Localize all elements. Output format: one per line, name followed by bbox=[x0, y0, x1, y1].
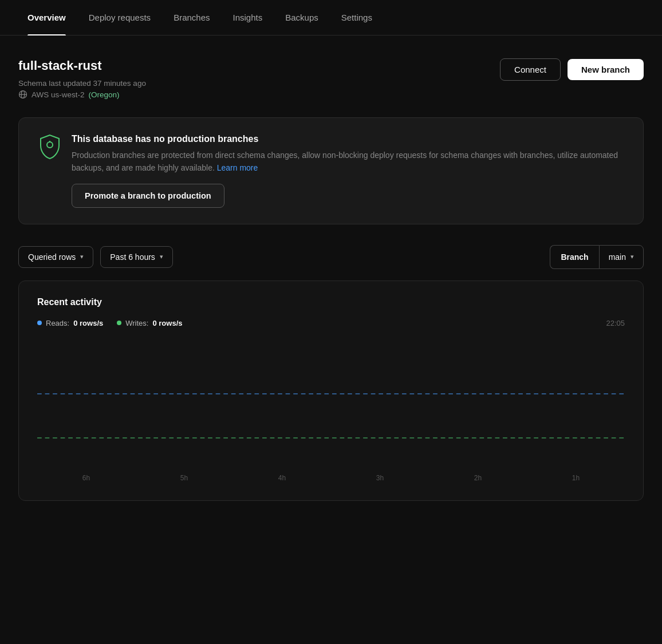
branch-label: Branch bbox=[550, 245, 598, 269]
schema-updated: Schema last updated 37 minutes ago bbox=[18, 79, 146, 88]
alert-header: This database has no production branches… bbox=[37, 134, 625, 175]
x-label-1h: 1h bbox=[527, 474, 625, 482]
queried-rows-dropdown[interactable]: Queried rows ▾ bbox=[18, 246, 93, 268]
nav-deploy-label: Deploy requests bbox=[89, 13, 151, 22]
x-axis: 6h 5h 4h 3h 2h 1h bbox=[37, 469, 625, 482]
reads-value: 0 rows/s bbox=[73, 319, 103, 327]
branch-filter: Branch main ▾ bbox=[550, 245, 644, 269]
past-hours-label: Past 6 hours bbox=[110, 252, 155, 262]
nav-backups-label: Backups bbox=[285, 13, 318, 22]
chevron-down-icon: ▾ bbox=[80, 253, 84, 260]
filter-row: Queried rows ▾ Past 6 hours ▾ Branch mai… bbox=[18, 245, 644, 269]
chart-legend: Reads: 0 rows/s Writes: 0 rows/s 22:05 bbox=[37, 319, 625, 327]
past-hours-dropdown[interactable]: Past 6 hours ▾ bbox=[100, 246, 173, 268]
x-label-4h: 4h bbox=[233, 474, 331, 482]
x-label-2h: 2h bbox=[429, 474, 527, 482]
shield-icon bbox=[37, 134, 62, 159]
x-label-6h: 6h bbox=[37, 474, 135, 482]
chevron-down-icon-2: ▾ bbox=[160, 253, 163, 260]
learn-more-link[interactable]: Learn more bbox=[217, 163, 258, 172]
nav-insights-label: Insights bbox=[233, 13, 263, 22]
chart-area: 6h 5h 4h 3h 2h 1h bbox=[37, 343, 625, 482]
legend-writes: Writes: 0 rows/s bbox=[117, 319, 182, 327]
branch-value-dropdown[interactable]: main ▾ bbox=[599, 245, 644, 269]
main-nav: Overview Deploy requests Branches Insigh… bbox=[0, 0, 662, 35]
chart-title: Recent activity bbox=[37, 297, 625, 307]
alert-card: This database has no production branches… bbox=[18, 117, 644, 224]
chevron-down-icon-3: ▾ bbox=[631, 253, 634, 260]
nav-backups[interactable]: Backups bbox=[276, 0, 328, 35]
nav-settings[interactable]: Settings bbox=[332, 0, 381, 35]
reads-dot bbox=[37, 321, 42, 325]
chart-timestamp: 22:05 bbox=[606, 319, 625, 327]
connect-button[interactable]: Connect bbox=[500, 58, 561, 81]
writes-value: 0 rows/s bbox=[152, 319, 182, 327]
branch-value-label: main bbox=[609, 252, 626, 262]
promote-button[interactable]: Promote a branch to production bbox=[72, 184, 224, 208]
writes-dot bbox=[117, 321, 121, 325]
legend-reads: Reads: 0 rows/s bbox=[37, 319, 103, 327]
nav-insights[interactable]: Insights bbox=[224, 0, 272, 35]
nav-overview[interactable]: Overview bbox=[18, 0, 75, 35]
db-name: full-stack-rust bbox=[18, 58, 146, 73]
x-label-3h: 3h bbox=[331, 474, 429, 482]
new-branch-button[interactable]: New branch bbox=[568, 59, 644, 80]
globe-icon bbox=[18, 90, 27, 99]
db-metadata: full-stack-rust Schema last updated 37 m… bbox=[18, 58, 146, 99]
main-content: full-stack-rust Schema last updated 37 m… bbox=[0, 35, 662, 519]
region-text: AWS us-west-2 bbox=[31, 90, 85, 99]
writes-label: Writes: bbox=[125, 319, 148, 327]
region-location: (Oregon) bbox=[89, 90, 120, 99]
header-buttons: Connect New branch bbox=[500, 58, 644, 81]
nav-overview-label: Overview bbox=[27, 13, 66, 22]
nav-branches[interactable]: Branches bbox=[164, 0, 219, 35]
chart-svg bbox=[37, 343, 625, 469]
nav-settings-label: Settings bbox=[341, 13, 372, 22]
queried-rows-label: Queried rows bbox=[28, 252, 76, 262]
svg-point-3 bbox=[47, 142, 53, 148]
db-region: AWS us-west-2 (Oregon) bbox=[18, 90, 146, 99]
nav-branches-label: Branches bbox=[174, 13, 210, 22]
alert-description: Production branches are protected from d… bbox=[72, 149, 625, 175]
reads-label: Reads: bbox=[46, 319, 69, 327]
nav-deploy-requests[interactable]: Deploy requests bbox=[80, 0, 160, 35]
alert-title: This database has no production branches bbox=[72, 134, 625, 144]
header-row: full-stack-rust Schema last updated 37 m… bbox=[18, 58, 644, 99]
chart-card: Recent activity Reads: 0 rows/s Writes: … bbox=[18, 280, 644, 501]
x-label-5h: 5h bbox=[135, 474, 233, 482]
alert-body: This database has no production branches… bbox=[72, 134, 625, 175]
